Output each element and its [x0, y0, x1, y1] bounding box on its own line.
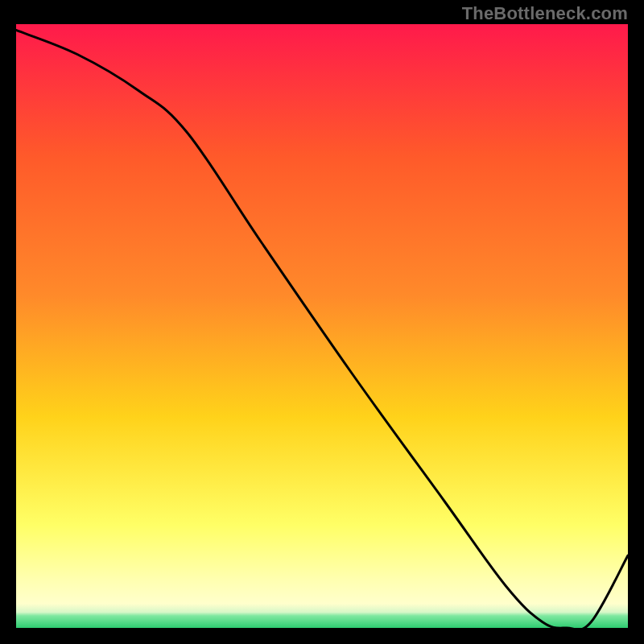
watermark-label: TheBottleneck.com: [462, 3, 628, 24]
chart-frame: TheBottleneck.com: [0, 0, 644, 644]
gradient-background: [16, 24, 628, 628]
plot-area: [16, 24, 628, 628]
chart-svg: [16, 24, 628, 628]
